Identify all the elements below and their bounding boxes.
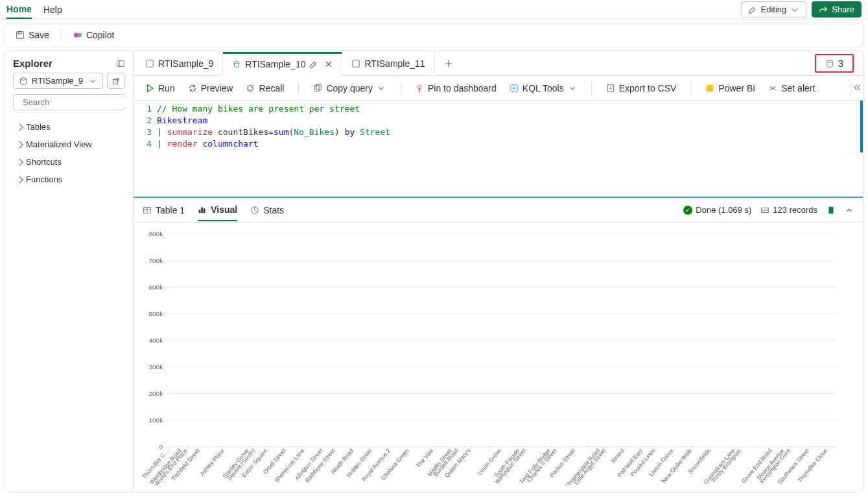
share-icon bbox=[819, 5, 828, 14]
code-editor[interactable]: 1234 // How many bikes are present per s… bbox=[134, 101, 863, 152]
svg-point-11 bbox=[235, 61, 239, 64]
tab-label: Visual bbox=[211, 204, 237, 215]
pencil-icon[interactable] bbox=[309, 60, 318, 69]
result-tab-stats[interactable]: Stats bbox=[250, 200, 284, 221]
export-csv-button[interactable]: Export to CSV bbox=[601, 80, 682, 96]
connection-count[interactable]: 3 bbox=[815, 54, 854, 73]
chevron-down-icon bbox=[790, 5, 799, 14]
external-icon bbox=[111, 77, 121, 86]
svg-rect-12 bbox=[353, 60, 360, 67]
editor-content[interactable]: // How many bikes are present per street… bbox=[157, 101, 860, 152]
save-button[interactable]: Save bbox=[12, 27, 53, 43]
share-button[interactable]: Share bbox=[812, 1, 862, 18]
open-external-button[interactable] bbox=[107, 73, 125, 89]
editing-label: Editing bbox=[761, 5, 787, 14]
plus-icon bbox=[444, 59, 453, 68]
chart-icon bbox=[198, 205, 207, 214]
svg-rect-20 bbox=[707, 84, 714, 91]
svg-rect-4 bbox=[117, 60, 124, 66]
svg-text:600k: 600k bbox=[148, 284, 163, 291]
recall-label: Recall bbox=[259, 83, 284, 93]
add-tab-button[interactable] bbox=[435, 51, 462, 75]
separator bbox=[400, 82, 401, 95]
chevron-left-double-icon bbox=[853, 84, 861, 91]
power-bi-button[interactable]: Power BI bbox=[700, 80, 760, 96]
close-icon[interactable]: ✕ bbox=[325, 59, 333, 69]
copy-query-button[interactable]: Copy query bbox=[308, 80, 391, 96]
menu-help[interactable]: Help bbox=[43, 1, 62, 18]
database-name: RTISample_9 bbox=[32, 76, 83, 86]
collapse-right-panel[interactable] bbox=[850, 79, 863, 97]
run-button[interactable]: Run bbox=[140, 80, 180, 96]
svg-text:Strand: Strand bbox=[609, 448, 626, 465]
svg-text:200k: 200k bbox=[148, 390, 163, 397]
chevron-up-icon[interactable] bbox=[845, 206, 854, 215]
svg-rect-24 bbox=[199, 210, 201, 213]
menu-home[interactable]: Home bbox=[6, 1, 32, 19]
svg-point-6 bbox=[21, 77, 27, 80]
svg-text:500k: 500k bbox=[148, 310, 163, 317]
tab-rtisample-11[interactable]: RTISample_11 bbox=[342, 51, 434, 75]
chevron-right-icon bbox=[16, 123, 23, 130]
set-alert-button[interactable]: Set alert bbox=[763, 80, 820, 96]
svg-text:800k: 800k bbox=[148, 230, 163, 237]
database-icon bbox=[19, 77, 28, 86]
pencil-icon bbox=[748, 5, 757, 14]
separator bbox=[298, 82, 299, 95]
database-icon bbox=[825, 59, 834, 68]
tab-rtisample-10[interactable]: RTISample_10 ✕ bbox=[223, 52, 342, 76]
pin-dashboard-button[interactable]: Pin to dashboard bbox=[410, 80, 502, 96]
alert-icon bbox=[768, 84, 777, 93]
result-tab-table[interactable]: Table 1 bbox=[143, 200, 185, 221]
chevron-right-icon bbox=[16, 141, 23, 148]
clipboard-icon[interactable] bbox=[827, 206, 836, 215]
export-csv-label: Export to CSV bbox=[619, 83, 677, 93]
connection-count-value: 3 bbox=[838, 58, 843, 69]
tab-rtisample-9[interactable]: RTISample_9 bbox=[136, 51, 223, 75]
chart-area: 0100k200k300k400k500k600k700k800kThorndi… bbox=[134, 223, 863, 492]
file-tabs: RTISample_9 RTISample_10 ✕ RTISample_11 bbox=[134, 51, 863, 76]
records-icon bbox=[760, 206, 769, 215]
editing-dropdown[interactable]: Editing bbox=[741, 1, 807, 18]
svg-text:Ashley Place: Ashley Place bbox=[199, 448, 226, 478]
svg-rect-25 bbox=[201, 207, 203, 213]
svg-text:400k: 400k bbox=[148, 337, 163, 344]
queryset-icon bbox=[145, 59, 154, 68]
explorer-title: Explorer bbox=[13, 58, 53, 69]
power-bi-label: Power BI bbox=[718, 83, 755, 93]
copilot-button[interactable]: Copilot bbox=[69, 27, 119, 43]
tab-label: Table 1 bbox=[156, 205, 185, 215]
menubar: Home Help Editing Share bbox=[0, 0, 868, 19]
separator bbox=[61, 29, 62, 42]
run-label: Run bbox=[158, 83, 175, 93]
success-icon: ✓ bbox=[683, 206, 692, 215]
kql-tools-button[interactable]: KQL Tools bbox=[504, 80, 582, 96]
tree-functions[interactable]: Functions bbox=[10, 171, 128, 188]
recall-button[interactable]: Recall bbox=[240, 80, 289, 96]
refresh-icon bbox=[188, 84, 197, 93]
database-selector[interactable]: RTISample_9 bbox=[13, 73, 103, 89]
svg-rect-30 bbox=[829, 206, 834, 213]
svg-text:300k: 300k bbox=[148, 363, 163, 370]
search-input[interactable] bbox=[23, 97, 132, 107]
tree-tables[interactable]: Tables bbox=[10, 118, 128, 136]
share-label: Share bbox=[832, 5, 854, 14]
svg-point-16 bbox=[417, 85, 421, 88]
separator bbox=[690, 82, 691, 95]
preview-button[interactable]: Preview bbox=[183, 80, 239, 96]
play-icon bbox=[145, 84, 154, 93]
svg-text:0: 0 bbox=[159, 443, 163, 450]
pin-label: Pin to dashboard bbox=[428, 83, 497, 93]
result-tab-visual[interactable]: Visual bbox=[198, 199, 237, 221]
panel-collapse-icon[interactable] bbox=[116, 59, 125, 68]
column-chart: 0100k200k300k400k500k600k700k800kThorndi… bbox=[140, 229, 843, 485]
tree-shortcuts[interactable]: Shortcuts bbox=[10, 153, 128, 171]
search-box[interactable] bbox=[13, 94, 125, 110]
done-label: Done (1.069 s) bbox=[696, 205, 751, 215]
explorer-panel: Explorer RTISample_9 Tables Material bbox=[5, 51, 134, 492]
svg-point-13 bbox=[827, 60, 832, 62]
tree-materialized-view[interactable]: Materialized View bbox=[10, 136, 128, 153]
kql-tools-label: KQL Tools bbox=[522, 83, 564, 93]
tree-label: Tables bbox=[26, 122, 51, 132]
line-gutter: 1234 bbox=[134, 101, 157, 152]
